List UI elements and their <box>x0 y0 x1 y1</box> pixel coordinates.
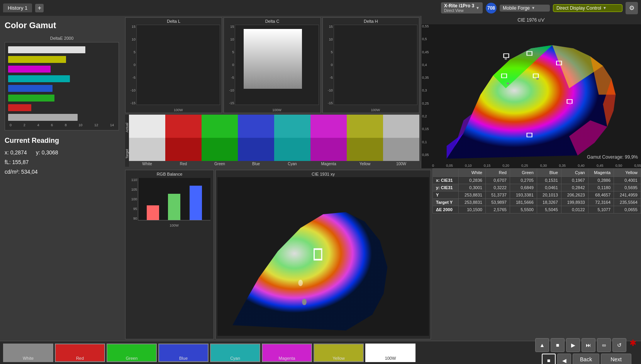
cell-de-white: 10,1500 <box>459 206 486 213</box>
current-reading-section: Current Reading x: 0,2874 y: 0,3068 fL: … <box>5 137 119 177</box>
toolbar-controls: ▲ ■ ▶ ⏭ ∞ ↺ ✱ ■ ◀ Back Next <box>535 338 638 364</box>
cell-de-blue: 5,5045 <box>537 206 561 213</box>
table-header-row: White Red Green Blue Cyan Magenta Yellow <box>433 169 641 177</box>
col-header-red: Red <box>485 169 510 177</box>
svg-point-17 <box>507 83 509 85</box>
tab-history[interactable]: History 1 <box>3 3 32 12</box>
bar-green <box>8 95 54 102</box>
direct-display-label: Direct Display Control <box>556 5 601 11</box>
swatch-red[interactable]: Red <box>55 344 105 362</box>
col-header-cyan: Cyan <box>561 169 588 177</box>
bar-100w <box>8 114 78 121</box>
refresh-button[interactable]: ↺ <box>612 338 626 352</box>
swatch-cyan-label: Cyan <box>230 356 240 361</box>
cell-y-red: 0,3222 <box>485 184 510 191</box>
rgb-balance-body: 110 105 100 95 90 <box>127 178 212 228</box>
cie-small-title: CIE 1931 xy <box>217 172 429 176</box>
asterisk-button[interactable]: ✱ <box>628 338 638 352</box>
left-panel: Color Gamut DeltaE 2000 <box>0 16 124 341</box>
center-right-area: Delta L 15 10 5 0 -5 -10 -15 <box>124 16 641 341</box>
swatch-green[interactable]: Green <box>107 344 157 362</box>
cell-Y-yellow: 241,4959 <box>614 191 641 199</box>
patch-yellow-actual <box>347 115 383 138</box>
patch-red-label: Red <box>180 161 187 167</box>
tab-add-button[interactable]: + <box>35 4 44 12</box>
playback-bottom-row: ■ ◀ Back Next <box>542 354 631 364</box>
svg-point-16 <box>505 58 507 60</box>
cell-y-cyan: 0,2842 <box>561 184 588 191</box>
device-view: Direct View <box>444 8 474 13</box>
patch-blue-target <box>238 138 274 161</box>
cie-small-chart: CIE 1931 xy <box>215 170 431 339</box>
patch-yellow-label: Yellow <box>360 161 371 167</box>
deltae-label: DeltaE 2000 <box>5 36 119 41</box>
delta-c-plot <box>235 25 319 105</box>
bar-white <box>8 46 85 53</box>
row-label-target-Y: Target Y <box>433 199 459 206</box>
rgb-bar-red <box>147 205 159 220</box>
stop-button[interactable]: ■ <box>551 338 565 352</box>
swatch-yellow[interactable]: Yellow <box>314 344 364 362</box>
patch-cyan-target <box>274 138 310 161</box>
swatch-magenta-label: Magenta <box>279 356 295 361</box>
play-button[interactable]: ▶ <box>566 338 580 352</box>
device-selector[interactable]: X-Rite i1Pro 3 Direct View ▼ <box>441 2 483 14</box>
swatch-white[interactable]: White <box>3 344 53 362</box>
left-arrow-button[interactable]: ◀ <box>557 354 571 364</box>
next-button[interactable]: Next <box>601 354 631 364</box>
skip-button[interactable]: ⏭ <box>582 338 595 352</box>
swatch-blue[interactable]: Blue <box>158 344 209 362</box>
delta-c-chart: Delta C 15 10 5 0 -5 -10 -15 <box>224 17 320 113</box>
swatch-cyan[interactable]: Cyan <box>210 344 260 362</box>
delta-h-y-labels: 15 10 5 0 -5 -10 -15 <box>323 25 334 105</box>
rgb-bar-green <box>168 194 180 220</box>
delta-charts-column: Delta L 15 10 5 0 -5 -10 -15 <box>124 16 421 168</box>
direct-display-chevron-icon: ▼ <box>603 6 607 10</box>
swatch-magenta[interactable]: Magenta <box>262 344 312 362</box>
cell-x-magenta: 0,2886 <box>588 177 614 184</box>
mobile-forge-selector[interactable]: Mobile Forge ▼ <box>500 5 550 12</box>
bar-row-100w <box>8 113 115 122</box>
deltae-bar-chart: 0 2 4 6 8 10 12 14 <box>5 42 119 130</box>
bar-row-magenta <box>8 65 115 73</box>
direct-display-selector[interactable]: Direct Display Control ▼ <box>553 4 622 12</box>
cell-Y-white: 253,8831 <box>459 191 486 199</box>
cell-de-yellow: 0,0655 <box>614 206 641 213</box>
data-table-panel: White Red Green Blue Cyan Magenta Yellow <box>432 168 641 341</box>
swatch-100w[interactable]: 100W <box>365 344 415 362</box>
bar-row-cyan <box>8 74 115 83</box>
infinity-button[interactable]: ∞ <box>597 338 611 352</box>
cell-tY-white: 253,8831 <box>459 199 486 206</box>
patches-grid: White Red <box>129 115 419 167</box>
rgb-balance-title: RGB Balance <box>127 172 212 176</box>
cell-Y-blue: 20,1013 <box>537 191 561 199</box>
cell-de-cyan: 0,0122 <box>561 206 588 213</box>
cell-tY-green: 181,5666 <box>510 199 537 206</box>
up-button[interactable]: ▲ <box>535 338 549 352</box>
patch-100w: 100W <box>383 115 419 167</box>
svg-point-24 <box>302 299 307 305</box>
reading-cdm2: cd/m²: 534,04 <box>5 167 119 177</box>
rgb-balance-chart: RGB Balance 110 105 100 95 90 <box>125 170 214 339</box>
col-header-blue: Blue <box>537 169 561 177</box>
cie-y-labels: 0,55 0,5 0,45 0,4 0,35 0,3 0,25 0,2 0,15… <box>422 24 429 157</box>
table-row: Target Y 253,8831 53,9897 181,5666 18,32… <box>433 199 641 206</box>
delta-l-x-label: 100W <box>136 108 220 112</box>
delta-l-chart: Delta L 15 10 5 0 -5 -10 -15 <box>125 17 222 113</box>
cie-small-body <box>217 177 429 336</box>
delta-l-y-labels: 15 10 5 0 -5 -10 -15 <box>125 25 136 105</box>
patch-magenta: Magenta <box>310 115 347 167</box>
col-header-yellow: Yellow <box>614 169 641 177</box>
patch-magenta-actual <box>310 115 347 138</box>
swatch-yellow-label: Yellow <box>332 356 344 361</box>
cell-tY-cyan: 199,8933 <box>561 199 588 206</box>
cie-main-title: CIE 1976 u'v' <box>421 16 641 24</box>
x-axis-labels: 0 2 4 6 8 10 12 14 <box>8 123 115 127</box>
svg-point-18 <box>536 78 539 80</box>
square-active-button[interactable]: ■ <box>542 354 556 364</box>
device-chevron-icon: ▼ <box>476 6 480 10</box>
settings-button[interactable]: ⚙ <box>626 2 638 14</box>
data-table-scroll[interactable]: White Red Green Blue Cyan Magenta Yellow <box>432 168 641 341</box>
forge-chevron-icon: ▼ <box>531 6 535 10</box>
back-button[interactable]: Back <box>573 354 599 364</box>
